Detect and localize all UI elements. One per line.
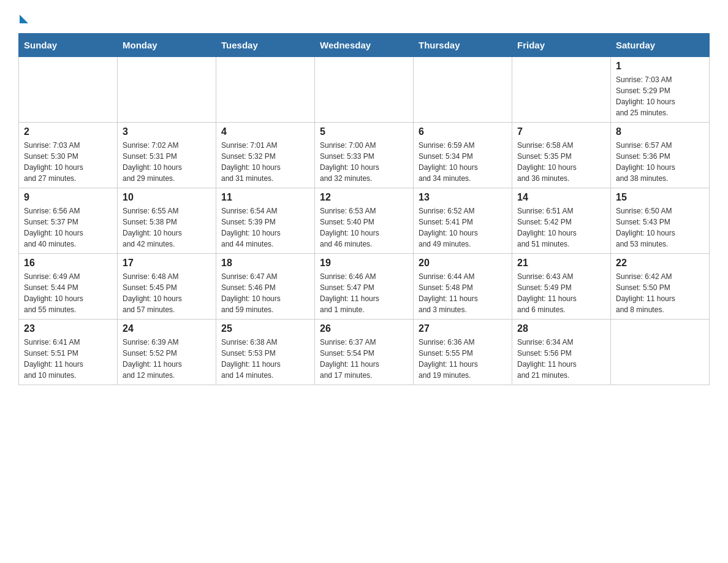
weekday-header-sunday: Sunday (19, 34, 118, 57)
calendar-cell: 15Sunrise: 6:50 AM Sunset: 5:43 PM Dayli… (611, 188, 710, 254)
calendar-cell (414, 57, 512, 123)
day-info: Sunrise: 6:37 AM Sunset: 5:54 PM Dayligh… (320, 337, 408, 381)
calendar-cell (19, 57, 118, 123)
calendar-week-row: 23Sunrise: 6:41 AM Sunset: 5:51 PM Dayli… (19, 320, 710, 385)
page-header (18, 12, 710, 21)
calendar-cell: 27Sunrise: 6:36 AM Sunset: 5:55 PM Dayli… (414, 320, 512, 385)
calendar-cell: 2Sunrise: 7:03 AM Sunset: 5:30 PM Daylig… (19, 123, 118, 188)
day-number: 15 (616, 192, 704, 203)
calendar-cell: 26Sunrise: 6:37 AM Sunset: 5:54 PM Dayli… (315, 320, 414, 385)
day-info: Sunrise: 6:52 AM Sunset: 5:41 PM Dayligh… (419, 205, 507, 250)
calendar-cell: 28Sunrise: 6:34 AM Sunset: 5:56 PM Dayli… (512, 320, 611, 385)
day-info: Sunrise: 6:34 AM Sunset: 5:56 PM Dayligh… (517, 337, 605, 381)
day-info: Sunrise: 7:00 AM Sunset: 5:33 PM Dayligh… (320, 140, 408, 184)
calendar-table: SundayMondayTuesdayWednesdayThursdayFrid… (18, 33, 710, 385)
day-info: Sunrise: 6:39 AM Sunset: 5:52 PM Dayligh… (123, 337, 211, 381)
day-info: Sunrise: 6:41 AM Sunset: 5:51 PM Dayligh… (24, 337, 112, 381)
day-info: Sunrise: 7:03 AM Sunset: 5:29 PM Dayligh… (616, 74, 704, 118)
calendar-cell: 11Sunrise: 6:54 AM Sunset: 5:39 PM Dayli… (216, 188, 315, 254)
day-info: Sunrise: 6:47 AM Sunset: 5:46 PM Dayligh… (221, 271, 309, 315)
day-number: 9 (24, 192, 112, 203)
day-number: 28 (517, 323, 605, 334)
calendar-week-row: 16Sunrise: 6:49 AM Sunset: 5:44 PM Dayli… (19, 254, 710, 320)
day-number: 27 (419, 323, 507, 334)
day-info: Sunrise: 6:43 AM Sunset: 5:49 PM Dayligh… (517, 271, 605, 315)
weekday-header-tuesday: Tuesday (216, 34, 315, 57)
day-number: 19 (320, 258, 408, 269)
day-info: Sunrise: 6:48 AM Sunset: 5:45 PM Dayligh… (123, 271, 211, 315)
calendar-cell: 25Sunrise: 6:38 AM Sunset: 5:53 PM Dayli… (216, 320, 315, 385)
logo (18, 12, 28, 21)
day-number: 11 (221, 192, 309, 203)
day-info: Sunrise: 6:38 AM Sunset: 5:53 PM Dayligh… (221, 337, 309, 381)
day-info: Sunrise: 7:02 AM Sunset: 5:31 PM Dayligh… (123, 140, 211, 184)
calendar-cell (118, 57, 216, 123)
day-info: Sunrise: 6:54 AM Sunset: 5:39 PM Dayligh… (221, 205, 309, 250)
weekday-header-row: SundayMondayTuesdayWednesdayThursdayFrid… (19, 34, 710, 57)
calendar-cell: 24Sunrise: 6:39 AM Sunset: 5:52 PM Dayli… (118, 320, 216, 385)
day-number: 20 (419, 258, 507, 269)
day-number: 5 (320, 126, 408, 137)
day-info: Sunrise: 6:55 AM Sunset: 5:38 PM Dayligh… (123, 205, 211, 250)
calendar-cell: 14Sunrise: 6:51 AM Sunset: 5:42 PM Dayli… (512, 188, 611, 254)
day-info: Sunrise: 6:56 AM Sunset: 5:37 PM Dayligh… (24, 205, 112, 250)
calendar-cell (611, 320, 710, 385)
day-number: 4 (221, 126, 309, 137)
day-number: 8 (616, 126, 704, 137)
day-info: Sunrise: 7:01 AM Sunset: 5:32 PM Dayligh… (221, 140, 309, 184)
calendar-cell (512, 57, 611, 123)
calendar-cell: 18Sunrise: 6:47 AM Sunset: 5:46 PM Dayli… (216, 254, 315, 320)
calendar-week-row: 2Sunrise: 7:03 AM Sunset: 5:30 PM Daylig… (19, 123, 710, 188)
day-number: 22 (616, 258, 704, 269)
day-number: 25 (221, 323, 309, 334)
day-number: 17 (123, 258, 211, 269)
day-number: 1 (616, 61, 704, 72)
calendar-cell: 4Sunrise: 7:01 AM Sunset: 5:32 PM Daylig… (216, 123, 315, 188)
day-info: Sunrise: 6:58 AM Sunset: 5:35 PM Dayligh… (517, 140, 605, 184)
day-number: 18 (221, 258, 309, 269)
logo-arrow-icon (20, 15, 28, 23)
day-number: 21 (517, 258, 605, 269)
weekday-header-monday: Monday (118, 34, 216, 57)
day-info: Sunrise: 6:36 AM Sunset: 5:55 PM Dayligh… (419, 337, 507, 381)
day-number: 24 (123, 323, 211, 334)
day-info: Sunrise: 6:42 AM Sunset: 5:50 PM Dayligh… (616, 271, 704, 315)
calendar-cell: 13Sunrise: 6:52 AM Sunset: 5:41 PM Dayli… (414, 188, 512, 254)
calendar-cell: 21Sunrise: 6:43 AM Sunset: 5:49 PM Dayli… (512, 254, 611, 320)
calendar-cell (315, 57, 414, 123)
weekday-header-friday: Friday (512, 34, 611, 57)
calendar-cell: 20Sunrise: 6:44 AM Sunset: 5:48 PM Dayli… (414, 254, 512, 320)
day-info: Sunrise: 6:59 AM Sunset: 5:34 PM Dayligh… (419, 140, 507, 184)
day-info: Sunrise: 6:53 AM Sunset: 5:40 PM Dayligh… (320, 205, 408, 250)
day-info: Sunrise: 6:57 AM Sunset: 5:36 PM Dayligh… (616, 140, 704, 184)
day-number: 14 (517, 192, 605, 203)
weekday-header-wednesday: Wednesday (315, 34, 414, 57)
calendar-cell: 9Sunrise: 6:56 AM Sunset: 5:37 PM Daylig… (19, 188, 118, 254)
calendar-cell (216, 57, 315, 123)
calendar-cell: 22Sunrise: 6:42 AM Sunset: 5:50 PM Dayli… (611, 254, 710, 320)
calendar-cell: 6Sunrise: 6:59 AM Sunset: 5:34 PM Daylig… (414, 123, 512, 188)
day-number: 2 (24, 126, 112, 137)
day-number: 3 (123, 126, 211, 137)
day-number: 26 (320, 323, 408, 334)
calendar-cell: 5Sunrise: 7:00 AM Sunset: 5:33 PM Daylig… (315, 123, 414, 188)
calendar-cell: 7Sunrise: 6:58 AM Sunset: 5:35 PM Daylig… (512, 123, 611, 188)
calendar-cell: 23Sunrise: 6:41 AM Sunset: 5:51 PM Dayli… (19, 320, 118, 385)
day-number: 6 (419, 126, 507, 137)
day-number: 7 (517, 126, 605, 137)
weekday-header-thursday: Thursday (414, 34, 512, 57)
calendar-cell: 19Sunrise: 6:46 AM Sunset: 5:47 PM Dayli… (315, 254, 414, 320)
calendar-week-row: 1Sunrise: 7:03 AM Sunset: 5:29 PM Daylig… (19, 57, 710, 123)
calendar-cell: 3Sunrise: 7:02 AM Sunset: 5:31 PM Daylig… (118, 123, 216, 188)
calendar-cell: 1Sunrise: 7:03 AM Sunset: 5:29 PM Daylig… (611, 57, 710, 123)
day-number: 23 (24, 323, 112, 334)
day-info: Sunrise: 6:46 AM Sunset: 5:47 PM Dayligh… (320, 271, 408, 315)
day-number: 13 (419, 192, 507, 203)
day-info: Sunrise: 6:44 AM Sunset: 5:48 PM Dayligh… (419, 271, 507, 315)
day-info: Sunrise: 6:49 AM Sunset: 5:44 PM Dayligh… (24, 271, 112, 315)
calendar-cell: 8Sunrise: 6:57 AM Sunset: 5:36 PM Daylig… (611, 123, 710, 188)
day-number: 12 (320, 192, 408, 203)
calendar-cell: 16Sunrise: 6:49 AM Sunset: 5:44 PM Dayli… (19, 254, 118, 320)
calendar-cell: 10Sunrise: 6:55 AM Sunset: 5:38 PM Dayli… (118, 188, 216, 254)
calendar-week-row: 9Sunrise: 6:56 AM Sunset: 5:37 PM Daylig… (19, 188, 710, 254)
